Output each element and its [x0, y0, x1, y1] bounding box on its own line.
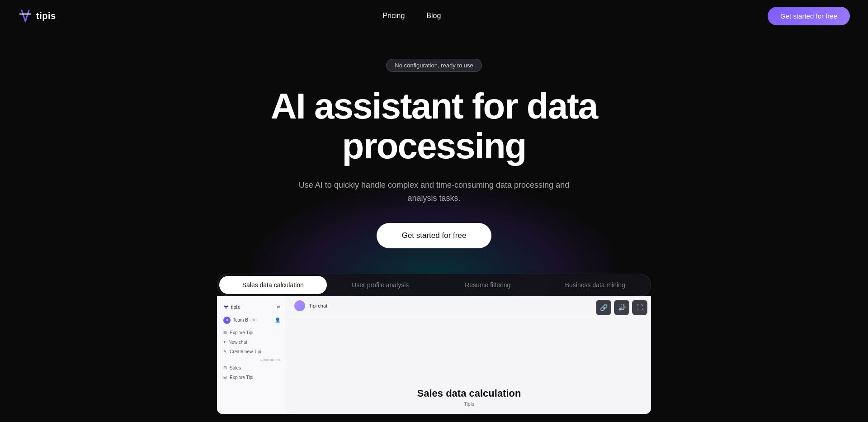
nav-link-blog[interactable]: Blog: [426, 12, 441, 20]
explore-icon: ⊞: [223, 330, 227, 335]
tabs-section: Sales data calculation User profile anal…: [217, 274, 651, 414]
team-add-icon[interactable]: 👤: [275, 318, 280, 322]
hero-cta-button[interactable]: Get started for free: [377, 223, 492, 248]
newchat-icon: +: [223, 340, 226, 344]
nav-cta-button[interactable]: Get started for free: [768, 7, 850, 25]
logo-text: tipis: [36, 11, 56, 21]
chat-avatar: [294, 300, 305, 311]
explore2-icon: ⊞: [223, 375, 227, 379]
preview-window: 🔗 🔊 ⛶ tipis ⇄: [217, 296, 651, 414]
preview-overlay-icons: 🔗 🔊 ⛶: [596, 300, 647, 315]
sidebar-logo-text: tipis: [231, 304, 240, 310]
sidebar-menu-newchat[interactable]: + New chat: [217, 337, 287, 347]
team-avatar: B: [223, 317, 231, 324]
preview-main-subtitle: Tipis: [464, 401, 474, 407]
sidebar-logo-icon: [223, 304, 229, 310]
nav-links: Pricing Blog: [382, 12, 441, 20]
sidebar-sales-item[interactable]: ⊞ Sales: [217, 363, 287, 373]
team-badge: B: [250, 318, 257, 322]
overlay-sound-icon[interactable]: 🔊: [614, 300, 629, 315]
tab-resume[interactable]: Resume filtering: [434, 276, 542, 294]
hero-badge: No configuration, ready to use: [386, 59, 481, 72]
preview-content-area: Sales data calculation Tipis: [287, 316, 651, 414]
sales-label: Sales: [230, 365, 241, 370]
sidebar-header: tipis ⇄: [217, 302, 287, 314]
createtipi-label: Create new Tipi: [230, 349, 261, 354]
sidebar-menu-createtipi[interactable]: ✎ Create new Tipi: [217, 347, 287, 356]
sales-icon: ⊞: [223, 365, 227, 370]
tab-sales[interactable]: Sales data calculation: [219, 276, 327, 294]
sidebar-team-left: B Team B B: [223, 317, 257, 324]
logo[interactable]: tipis: [18, 9, 56, 23]
sidebar-team-row: B Team B B 👤: [217, 314, 287, 326]
sidebar-explore-item[interactable]: ⊞ Explore Tipi: [217, 373, 287, 382]
tab-business[interactable]: Business data mining: [542, 276, 649, 294]
preview-main-title: Sales data calculation: [417, 388, 521, 399]
preview-inner: tipis ⇄ B Team B B 👤: [217, 296, 651, 414]
sidebar-divider: Close all tips: [217, 356, 287, 363]
nav-link-pricing[interactable]: Pricing: [382, 12, 405, 20]
overlay-expand-icon[interactable]: ⛶: [632, 300, 647, 315]
sidebar-collapse-icon[interactable]: ⇄: [277, 304, 280, 309]
tabs-bar: Sales data calculation User profile anal…: [217, 274, 651, 296]
hero-section: No configuration, ready to use AI assist…: [0, 32, 868, 414]
hero-title: AI assistant for data processing: [185, 86, 683, 166]
navbar: tipis Pricing Blog Get started for free: [0, 0, 868, 32]
logo-icon: [18, 9, 33, 23]
team-name: Team B: [233, 318, 248, 322]
chat-title: Tipi chat: [309, 303, 327, 308]
tab-user-profile[interactable]: User profile analysis: [327, 276, 434, 294]
preview-sidebar: tipis ⇄ B Team B B 👤: [217, 296, 287, 414]
team-avatar-letter: B: [226, 318, 228, 322]
sidebar-menu-explore[interactable]: ⊞ Explore Tipi: [217, 328, 287, 337]
hero-subtitle: Use AI to quickly handle complex and tim…: [298, 179, 570, 205]
createtipi-icon: ✎: [223, 349, 227, 354]
explore-label: Explore Tipi: [230, 330, 253, 335]
explore2-label: Explore Tipi: [230, 375, 253, 380]
newchat-label: New chat: [228, 340, 247, 345]
sidebar-logo-row: tipis: [223, 304, 240, 310]
overlay-link-icon[interactable]: 🔗: [596, 300, 611, 315]
